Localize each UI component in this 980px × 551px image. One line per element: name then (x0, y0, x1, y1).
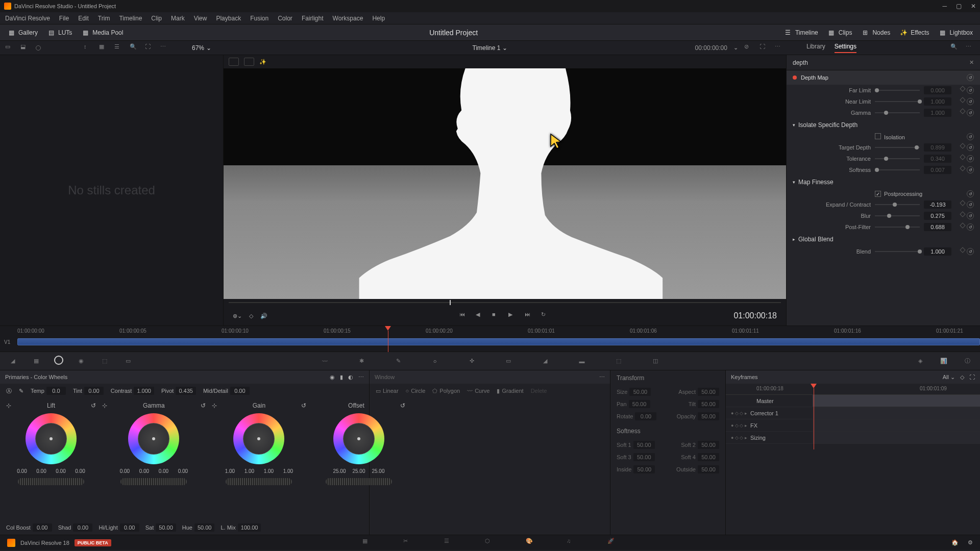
timeline-clip[interactable] (17, 338, 980, 345)
page-cut[interactable]: ✂ (403, 538, 413, 548)
gain-wheel[interactable] (233, 413, 284, 464)
aspect-value[interactable]: 50.00 (698, 388, 719, 396)
expand-icon[interactable]: ⛶ (145, 43, 154, 53)
soft1-value[interactable]: 50.00 (633, 441, 655, 449)
scopes-icon[interactable]: 📊 (938, 356, 949, 367)
soft2-value[interactable]: 50.00 (698, 441, 719, 449)
sat-value[interactable]: 50.00 (156, 523, 176, 532)
lmix-value[interactable]: 100.00 (238, 523, 261, 532)
kf-expand-icon[interactable]: ⛶ (969, 374, 975, 380)
grid-view-icon[interactable]: ▦ (99, 43, 108, 53)
temp-value[interactable]: 0.0 (46, 387, 66, 395)
curves-icon[interactable]: ◢ (7, 356, 18, 367)
tab-settings[interactable]: Settings (835, 43, 856, 53)
close-button[interactable]: ✕ (971, 3, 976, 10)
target-depth-slider[interactable] (875, 144, 920, 151)
gain-reset-icon[interactable]: ↺ (301, 402, 306, 409)
kf-master-label[interactable]: Master (756, 398, 774, 404)
rotate-value[interactable]: 0.00 (635, 412, 656, 420)
menu-davinci-resolve[interactable]: DaVinci Resolve (5, 15, 50, 22)
window-more-icon[interactable]: ⋯ (599, 374, 605, 381)
motion-icon[interactable]: ⬚ (99, 356, 110, 367)
clear-search-icon[interactable]: ✕ (969, 59, 974, 66)
zoom-select[interactable]: 67%⌄ (192, 44, 211, 52)
home-icon[interactable]: 🏠 (951, 539, 959, 546)
lift-reset-icon[interactable]: ↺ (91, 402, 96, 409)
3d-icon[interactable]: ◫ (650, 356, 661, 367)
kf-mode-icon[interactable]: ◇ (960, 374, 964, 381)
tolerance-slider[interactable] (875, 155, 920, 162)
stop-button[interactable]: ■ (492, 311, 501, 320)
hue-value[interactable]: 50.00 (194, 523, 215, 532)
rgb-icon[interactable]: ◉ (76, 356, 87, 367)
page-deliver[interactable]: 🚀 (607, 538, 618, 548)
size-value[interactable]: 50.00 (629, 388, 651, 396)
magic-mask-icon[interactable]: ▭ (503, 356, 514, 367)
postprocessing-checkbox[interactable] (875, 191, 881, 197)
inspector-more-icon[interactable]: ⋯ (966, 43, 975, 53)
lightbox-toggle[interactable]: ▦Lightbox (939, 29, 973, 37)
menu-fusion[interactable]: Fusion (250, 15, 268, 22)
blend-slider[interactable] (875, 248, 920, 255)
tint-value[interactable]: 0.00 (84, 387, 104, 395)
gallery-toggle[interactable]: ▦Gallery (7, 29, 38, 37)
effect-reset-icon[interactable]: ↺ (967, 74, 974, 81)
colboost-value[interactable]: 0.00 (33, 523, 52, 532)
pan-value[interactable]: 50.00 (629, 400, 650, 408)
clips-toggle[interactable]: ▦Clips (827, 29, 852, 37)
gamma-reset-icon[interactable]: ↺ (201, 402, 206, 409)
curves2-icon[interactable]: 〰 (319, 356, 330, 367)
unmix-icon[interactable]: ◇ (249, 313, 253, 319)
mute-icon[interactable]: 🔊 (260, 313, 267, 319)
effect-search-input[interactable] (793, 59, 969, 66)
page-edit[interactable]: ☰ (444, 538, 454, 548)
blur-icon[interactable]: ◢ (540, 356, 551, 367)
menu-clip[interactable]: Clip (151, 15, 162, 22)
viewer-canvas[interactable] (224, 68, 786, 299)
window-icon[interactable]: ○ (429, 356, 440, 367)
lift-picker-icon[interactable]: ⊹ (6, 402, 11, 409)
isolate-section-toggle[interactable]: ▾Isolate Specific Depth (787, 118, 980, 132)
shape-circle[interactable]: ○Circle (406, 388, 426, 394)
view-mode-2[interactable] (244, 58, 254, 66)
menu-view[interactable]: View (194, 15, 207, 22)
kf-playhead[interactable] (814, 384, 817, 449)
expand2-icon[interactable]: ⛶ (760, 43, 769, 53)
viewer-scrubber[interactable] (224, 299, 786, 306)
search-icon[interactable]: 🔍 (130, 43, 139, 53)
menu-edit[interactable]: Edit (78, 15, 89, 22)
kf-corrector-label[interactable]: Corrector 1 (750, 410, 778, 416)
log-mode-icon[interactable]: ◐ (348, 374, 353, 381)
info-icon[interactable]: ⓘ (962, 356, 973, 367)
menu-fairlight[interactable]: Fairlight (302, 15, 324, 22)
timeline-toggle[interactable]: ☰Timeline (784, 29, 818, 37)
luts-toggle[interactable]: ▤LUTs (47, 29, 72, 37)
inside-value[interactable]: 50.00 (633, 465, 655, 473)
kf-all-select[interactable]: All ⌄ (943, 374, 955, 381)
effects-toggle[interactable]: ✨Effects (899, 29, 929, 37)
timeline-view-icon[interactable]: ▭ (5, 43, 14, 53)
more-icon[interactable]: ⋯ (358, 374, 364, 381)
mediapool-toggle[interactable]: ▦Media Pool (81, 29, 123, 37)
shad-value[interactable]: 0.00 (73, 523, 92, 532)
menu-color[interactable]: Color (278, 15, 292, 22)
maximize-button[interactable]: ▢ (956, 3, 962, 10)
menu-workspace[interactable]: Workspace (333, 15, 363, 22)
shape-polygon[interactable]: ⬠Polygon (432, 388, 460, 394)
gain-jog[interactable] (226, 478, 292, 485)
gamma-slider[interactable] (875, 109, 920, 116)
wheels-mode-icon[interactable]: ◉ (330, 374, 335, 381)
mini-timeline[interactable]: 01:00:00:0001:00:00:0501:00:00:1001:00:0… (0, 325, 980, 352)
loop-button[interactable]: ↻ (541, 311, 550, 320)
last-frame-button[interactable]: ⏭ (525, 311, 534, 320)
expand-slider[interactable] (875, 201, 920, 208)
menu-mark[interactable]: Mark (171, 15, 185, 22)
bars-mode-icon[interactable]: ▮ (340, 374, 343, 381)
kf-fx-label[interactable]: FX (750, 422, 757, 429)
page-fairlight[interactable]: ♫ (567, 538, 577, 548)
record-dot[interactable] (36, 45, 41, 51)
play-button[interactable]: ▶ (508, 311, 518, 320)
viewer-timecode[interactable]: 01:00:00:18 (733, 311, 777, 320)
warper-icon[interactable]: ✱ (356, 356, 367, 367)
postfilter-slider[interactable] (875, 223, 920, 231)
